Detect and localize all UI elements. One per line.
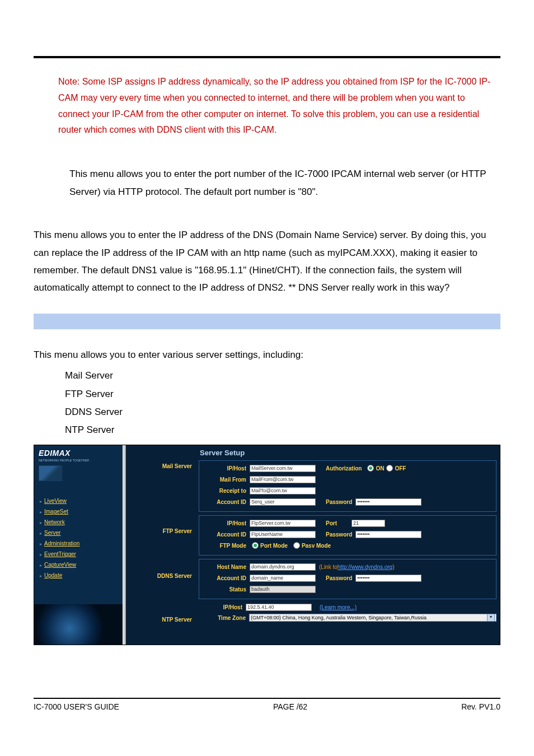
- label-ddns-server: DDNS Server: [126, 573, 192, 585]
- label-ntp-server: NTP Server: [126, 617, 192, 629]
- http-port-paragraph: This menu allows you to enter the port n…: [69, 165, 500, 200]
- bullet-ntp: NTP Server: [65, 421, 500, 439]
- nav-captureview[interactable]: CaptureView: [40, 559, 120, 570]
- learn-more-link[interactable]: (Learn more...): [320, 604, 357, 610]
- auth-on-radio[interactable]: ON: [367, 465, 384, 472]
- ftp-port-mode-radio[interactable]: Port Mode: [252, 542, 288, 549]
- globe-image: [34, 604, 123, 645]
- note-text: Some ISP assigns IP address dynamically,…: [58, 77, 490, 134]
- ddns-host-label: Host Name: [203, 564, 250, 570]
- ddns-status-value: [250, 586, 316, 593]
- settings-panel: Server Setup IP/Host Authorization ON OF…: [195, 445, 500, 645]
- ddns-account-input[interactable]: [250, 575, 316, 582]
- nav-eventtrigger[interactable]: EventTrigger: [40, 549, 120, 559]
- mail-account-label: Account ID: [203, 499, 250, 505]
- mail-account-input[interactable]: [250, 498, 316, 506]
- ntp-ip-host-input[interactable]: [246, 604, 312, 611]
- footer-left: IC-7000 USER'S GUIDE: [34, 702, 119, 711]
- nav-list: LiveView ImageSet Network Server Adminis…: [34, 492, 123, 581]
- bullet-ddns: DDNS Server: [65, 403, 500, 421]
- mail-panel: IP/Host Authorization ON OFF Mail From R…: [199, 460, 496, 512]
- nav-update[interactable]: Update: [40, 570, 120, 581]
- ddns-status-label: Status: [203, 586, 250, 592]
- ftp-pasv-mode-radio[interactable]: Pasv Mode: [293, 542, 331, 549]
- ftp-account-input[interactable]: [250, 531, 316, 538]
- ddns-password-input[interactable]: [355, 575, 421, 582]
- footer-right: Rev. PV1.0: [461, 702, 500, 711]
- section-labels-column: Mail Server FTP Server DDNS Server NTP S…: [126, 445, 195, 645]
- top-rule: [34, 56, 500, 58]
- timezone-label: Time Zone: [202, 615, 249, 621]
- mail-ip-host-label: IP/Host: [203, 465, 250, 472]
- ftp-panel: IP/Host Port Account ID Password FTP Mod…: [199, 515, 496, 556]
- ftp-port-input[interactable]: [352, 520, 385, 527]
- server-setup-screenshot: EDIMAX NETWORKING PEOPLE TOGETHER LiveVi…: [34, 445, 500, 645]
- label-ftp-server: FTP Server: [126, 528, 192, 540]
- ddns-panel: Host Name (Link to http://www.dyndns.org…: [199, 559, 496, 599]
- footer-middle: PAGE /62: [273, 702, 307, 711]
- ftp-mode-label: FTP Mode: [203, 543, 250, 549]
- note-prefix: Note:: [58, 77, 82, 86]
- note-paragraph: Note: Some ISP assigns IP address dynami…: [58, 74, 500, 138]
- timezone-select[interactable]: (GMT+08:00) China, Hong Kong, Australia …: [249, 614, 496, 622]
- sidebar: EDIMAX NETWORKING PEOPLE TOGETHER LiveVi…: [34, 445, 123, 645]
- mail-from-input[interactable]: [250, 476, 316, 483]
- label-mail-server: Mail Server: [126, 463, 192, 475]
- servers-intro: This menu allows you to enter various se…: [34, 346, 500, 363]
- dns-paragraph: This menu allows you to enter the IP add…: [34, 226, 500, 297]
- bullet-ftp: FTP Server: [65, 385, 500, 403]
- nav-network[interactable]: Network: [40, 517, 120, 528]
- mail-password-input[interactable]: [355, 498, 421, 506]
- brand-tagline: NETWORKING PEOPLE TOGETHER: [34, 459, 123, 464]
- ddns-account-label: Account ID: [203, 575, 250, 581]
- ddns-password-label: Password: [326, 575, 355, 581]
- brand-logo: EDIMAX: [34, 445, 123, 459]
- ftp-account-label: Account ID: [203, 531, 250, 538]
- dyndns-link[interactable]: http://www.dyndns.org: [338, 564, 392, 570]
- timezone-value: (GMT+08:00) China, Hong Kong, Australia …: [251, 615, 427, 620]
- nav-imageset[interactable]: ImageSet: [40, 506, 120, 517]
- ftp-port-label: Port: [326, 520, 352, 526]
- mail-password-label: Password: [326, 499, 355, 505]
- ftp-ip-host-label: IP/Host: [203, 520, 250, 526]
- ddns-host-input[interactable]: [250, 563, 316, 571]
- nav-liveview[interactable]: LiveView: [40, 496, 120, 506]
- mail-ip-host-input[interactable]: [250, 465, 316, 472]
- ftp-password-label: Password: [326, 531, 355, 538]
- section-title: Server Setup: [195, 449, 500, 460]
- device-thumbnail: [39, 465, 62, 481]
- chevron-down-icon: ▾: [487, 614, 495, 622]
- nav-administration[interactable]: Administration: [40, 538, 120, 549]
- auth-off-radio[interactable]: OFF: [386, 465, 406, 472]
- ntp-ip-host-label: IP/Host: [199, 604, 246, 610]
- nav-server[interactable]: Server: [40, 528, 120, 538]
- link-to-prefix: (Link to: [319, 564, 338, 570]
- receipt-to-label: Receipt to: [203, 488, 250, 494]
- mail-from-label: Mail From: [203, 477, 250, 483]
- page-footer: IC-7000 USER'S GUIDE PAGE /62 Rev. PV1.0: [34, 698, 500, 711]
- ftp-ip-host-input[interactable]: [250, 520, 316, 527]
- section-bar: [34, 314, 500, 329]
- authorization-label: Authorization: [326, 465, 365, 472]
- bullet-mail: Mail Server: [65, 367, 500, 385]
- receipt-to-input[interactable]: [250, 487, 316, 494]
- link-to-suffix: ): [392, 564, 394, 570]
- ftp-password-input[interactable]: [355, 531, 421, 538]
